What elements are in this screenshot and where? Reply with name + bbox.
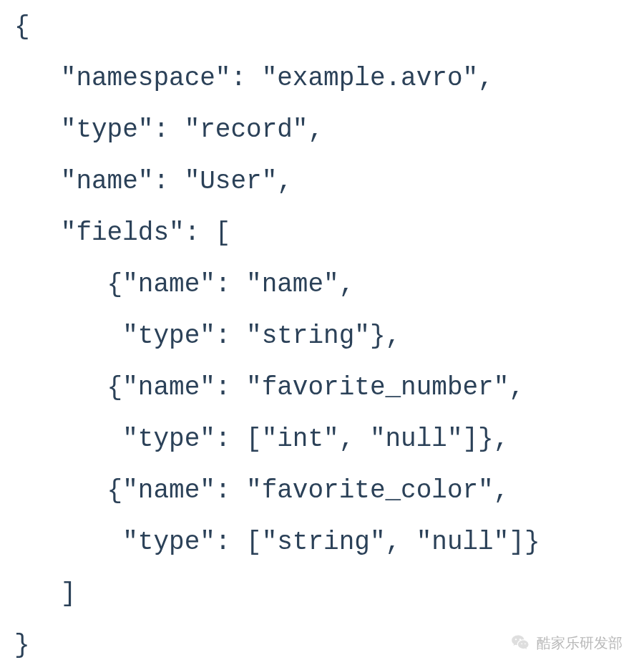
code-snippet: { "namespace": "example.avro", "type": "… <box>14 0 630 670</box>
code-line: {"name": "favorite_number", <box>14 373 525 402</box>
code-line: "fields": [ <box>14 218 230 248</box>
code-line: "name": "User", <box>14 167 293 196</box>
watermark: 酷家乐研发部 <box>511 628 623 657</box>
code-line: {"name": "favorite_color", <box>14 476 509 505</box>
code-line: "namespace": "example.avro", <box>14 64 494 93</box>
watermark-text: 酷家乐研发部 <box>537 628 623 657</box>
code-line: {"name": "name", <box>14 270 354 299</box>
code-line: ] <box>14 579 76 608</box>
code-line: "type": ["int", "null"]}, <box>14 424 509 454</box>
code-line: "type": ["string", "null"]} <box>14 528 540 557</box>
wechat-icon <box>511 633 531 653</box>
code-line: "type": "record", <box>14 115 323 145</box>
code-line: { <box>14 12 30 42</box>
code-line: "type": "string"}, <box>14 321 401 351</box>
code-line: } <box>14 631 30 660</box>
